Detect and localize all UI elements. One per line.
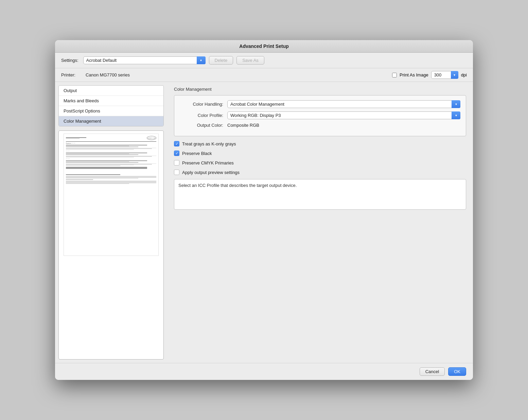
dpi-select[interactable]: 721503006001200 [431,71,458,79]
nav-item-output[interactable]: Output [59,86,163,96]
printer-name: Canon MG7700 series [86,72,130,77]
dialog-title: Advanced Print Setup [239,43,288,49]
footer: Cancel OK [55,363,473,380]
print-as-image-group: Print As Image 721503006001200 ▾ dpi [392,71,467,79]
print-as-image-label: Print As Image [400,72,428,77]
printer-row: Printer: Canon MG7700 series Print As Im… [55,68,473,82]
delete-button[interactable]: Delete [209,56,233,65]
preview-area: KRWB·COM Departure ── ── ── ── [58,130,164,360]
preserve-cmyk-label: Preserve CMYK Primaries [182,160,234,165]
dpi-label: dpi [461,72,467,77]
settings-label: Settings: [61,58,78,63]
checkboxes-section: ✓ Treat grays as K-only grays ✓ Preserve… [174,141,466,175]
apply-output-checkbox[interactable] [174,170,179,175]
treat-grays-checkbox[interactable]: ✓ [174,141,179,146]
color-handling-select[interactable]: Acrobat Color ManagementPrinter Color Ma… [227,100,460,108]
section-header: Color Management [174,87,466,92]
main-content: Output Marks and Bleeds PostScript Optio… [55,82,473,363]
color-profile-row: Color Profile: Working RGB: Display P3sR… [180,111,460,119]
preserve-black-checkbox[interactable]: ✓ [174,151,179,156]
nav-item-color-management[interactable]: Color Management [59,116,163,126]
title-bar: Advanced Print Setup [55,40,473,53]
treat-grays-row: ✓ Treat grays as K-only grays [174,141,466,146]
treat-grays-label: Treat grays as K-only grays [182,141,236,146]
preserve-cmyk-row: Preserve CMYK Primaries [174,160,466,165]
description-box: Select an ICC Profile that describes the… [174,179,466,210]
section-box: Color Handling: Acrobat Color Management… [174,95,466,136]
dpi-select-wrapper: 721503006001200 ▾ [431,71,458,79]
description-text: Select an ICC Profile that describes the… [178,183,297,188]
right-panel: Color Management Color Handling: Acrobat… [167,82,473,363]
document-preview: KRWB·COM Departure ── ── ── ── [64,134,159,256]
output-color-row: Output Color: Composite RGB [180,123,460,128]
ok-button[interactable]: OK [448,367,466,376]
color-profile-label: Color Profile: [180,113,227,118]
cancel-button[interactable]: Cancel [420,367,445,376]
toolbar: Settings: Acrobat DefaultCustom ▾ Delete… [55,53,473,68]
dialog: Advanced Print Setup Settings: Acrobat D… [55,40,473,380]
preserve-black-label: Preserve Black [182,151,212,156]
apply-output-row: Apply output preview settings [174,170,466,175]
nav-item-marks-and-bleeds[interactable]: Marks and Bleeds [59,96,163,106]
color-handling-select-wrapper: Acrobat Color ManagementPrinter Color Ma… [227,100,460,108]
color-handling-label: Color Handling: [180,102,227,107]
nav-item-postscript-options[interactable]: PostScript Options [59,106,163,116]
print-as-image-checkbox[interactable] [392,73,397,77]
output-color-label: Output Color: [180,123,227,128]
save-as-button[interactable]: Save As [236,56,264,65]
printer-label: Printer: [61,72,75,77]
nav-list: Output Marks and Bleeds PostScript Optio… [58,85,164,126]
preserve-cmyk-checkbox[interactable] [174,160,179,165]
color-profile-select[interactable]: Working RGB: Display P3sRGB IEC61966-2.1… [227,111,460,119]
left-panel: Output Marks and Bleeds PostScript Optio… [55,82,167,363]
preserve-black-row: ✓ Preserve Black [174,151,466,156]
color-profile-select-wrapper: Working RGB: Display P3sRGB IEC61966-2.1… [227,111,460,119]
color-handling-row: Color Handling: Acrobat Color Management… [180,100,460,108]
settings-select-wrapper: Acrobat DefaultCustom ▾ [83,56,206,64]
apply-output-label: Apply output preview settings [182,170,240,175]
settings-select[interactable]: Acrobat DefaultCustom [83,56,206,64]
output-color-value: Composite RGB [227,123,259,128]
